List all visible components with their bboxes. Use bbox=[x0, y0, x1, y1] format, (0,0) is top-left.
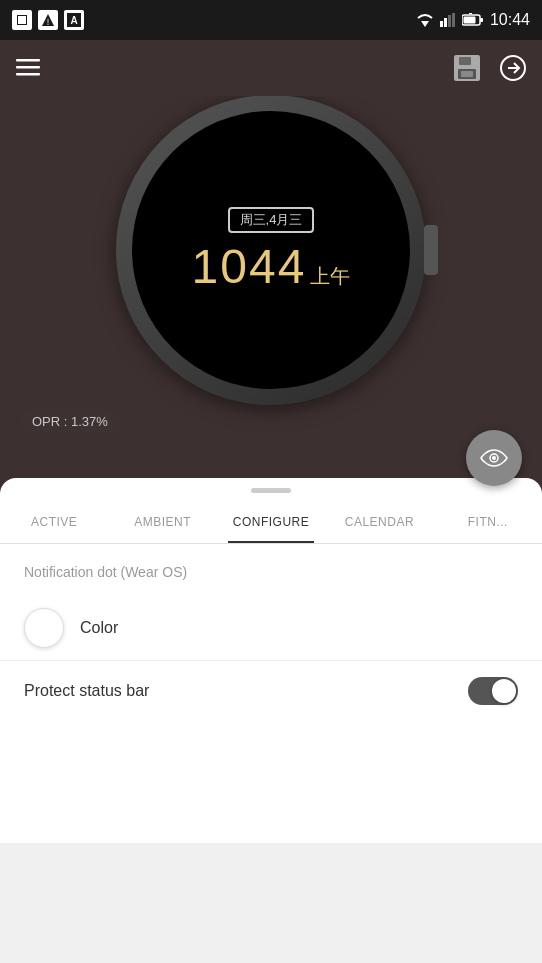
svg-marker-7 bbox=[421, 21, 429, 27]
gray-bottom-area bbox=[0, 843, 542, 963]
tab-fitness[interactable]: FITN... bbox=[434, 501, 542, 543]
svg-rect-2 bbox=[18, 16, 26, 24]
bottom-sheet: ACTIVE AMBIENT CONFIGURE CALENDAR FITN..… bbox=[0, 478, 542, 963]
status-bar: ! A 10:44 bbox=[0, 0, 542, 40]
tab-ambient[interactable]: AMBIENT bbox=[108, 501, 216, 543]
watch-ampm: 上午 bbox=[310, 263, 350, 290]
protect-status-bar-label: Protect status bar bbox=[24, 682, 149, 700]
tab-active[interactable]: ACTIVE bbox=[0, 501, 108, 543]
top-bar-icons bbox=[454, 55, 526, 81]
sheet-handle bbox=[251, 488, 291, 493]
app-icon-1 bbox=[12, 10, 32, 30]
svg-text:A: A bbox=[70, 15, 77, 26]
svg-text:!: ! bbox=[47, 17, 50, 27]
tab-calendar[interactable]: CALENDAR bbox=[325, 501, 433, 543]
save-button[interactable] bbox=[454, 55, 480, 81]
menu-button[interactable] bbox=[16, 59, 40, 77]
status-bar-right: 10:44 bbox=[416, 11, 530, 29]
svg-rect-18 bbox=[16, 73, 40, 76]
svg-rect-11 bbox=[452, 13, 455, 27]
section-title: Notification dot (Wear OS) bbox=[24, 564, 518, 580]
signal-icon bbox=[440, 13, 456, 27]
tab-configure[interactable]: CONFIGURE bbox=[217, 501, 325, 543]
status-time: 10:44 bbox=[490, 11, 530, 29]
color-swatch[interactable] bbox=[24, 608, 64, 648]
watch-time: 1044 bbox=[192, 239, 307, 294]
watch-time-display: 1044 上午 bbox=[192, 239, 351, 294]
svg-rect-9 bbox=[444, 18, 447, 27]
svg-rect-20 bbox=[459, 57, 471, 65]
color-setting-row[interactable]: Color bbox=[24, 596, 518, 660]
watch-date-badge: 周三,4月三 bbox=[228, 207, 315, 233]
eye-fab-button[interactable] bbox=[466, 430, 522, 486]
text-a-icon: A bbox=[64, 10, 84, 30]
status-bar-left: ! A bbox=[12, 10, 84, 30]
svg-point-25 bbox=[492, 456, 496, 460]
svg-rect-17 bbox=[16, 66, 40, 69]
watch-area: 周三,4月三 1044 上午 bbox=[0, 40, 542, 460]
svg-rect-14 bbox=[463, 17, 475, 24]
watch-crown bbox=[424, 225, 438, 275]
svg-rect-13 bbox=[480, 18, 483, 22]
protect-status-bar-toggle[interactable] bbox=[468, 677, 518, 705]
svg-rect-10 bbox=[448, 15, 451, 27]
wear-connect-button[interactable] bbox=[500, 55, 526, 81]
sheet-content: Notification dot (Wear OS) Color Protect… bbox=[0, 544, 542, 741]
wifi-icon bbox=[416, 13, 434, 27]
toggle-knob bbox=[492, 679, 516, 703]
top-bar bbox=[0, 40, 542, 96]
protect-status-bar-row: Protect status bar bbox=[24, 661, 518, 721]
warning-icon: ! bbox=[38, 10, 58, 30]
svg-rect-8 bbox=[440, 21, 443, 27]
tabs-container: ACTIVE AMBIENT CONFIGURE CALENDAR FITN..… bbox=[0, 501, 542, 544]
battery-icon bbox=[462, 13, 484, 27]
opr-badge: OPR : 1.37% bbox=[20, 410, 120, 433]
color-label: Color bbox=[80, 619, 518, 637]
svg-rect-22 bbox=[461, 71, 473, 77]
watch-outer: 周三,4月三 1044 上午 bbox=[116, 95, 426, 405]
watch-screen: 周三,4月三 1044 上午 bbox=[132, 111, 410, 389]
svg-rect-16 bbox=[16, 59, 40, 62]
